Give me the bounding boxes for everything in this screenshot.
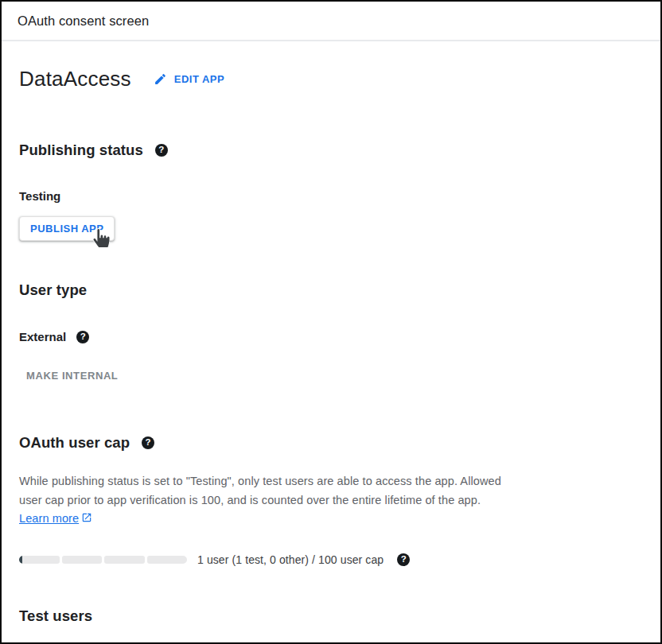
page-header: OAuth consent screen [2,2,660,41]
publish-app-button[interactable]: PUBLISH APP [19,216,115,241]
user-cap-description: While publishing status is set to "Testi… [19,472,512,529]
oauth-user-cap-heading: OAuth user cap ? [19,434,643,452]
user-cap-usage-row: 1 user (1 test, 0 other) / 100 user cap … [19,553,643,566]
help-icon[interactable]: ? [76,331,89,343]
user-type-heading: User type [19,281,643,299]
help-icon[interactable]: ? [142,436,154,449]
app-name-row: DataAccess EDIT APP [19,65,643,92]
user-type-external-label: External [19,330,66,344]
learn-more-label: Learn more [19,510,79,529]
publishing-status-heading: Publishing status ? [19,142,643,159]
edit-app-label: EDIT APP [174,73,224,85]
user-type-heading-label: User type [19,281,87,299]
learn-more-link[interactable]: Learn more [19,510,92,529]
publish-app-button-wrap: PUBLISH APP [19,216,115,241]
test-users-heading: Test users [19,607,643,625]
oauth-consent-page: OAuth consent screen DataAccess EDIT APP… [0,0,662,644]
publishing-status-value: Testing [19,189,643,204]
make-internal-button[interactable]: MAKE INTERNAL [20,363,124,388]
edit-app-button[interactable]: EDIT APP [154,72,224,86]
app-name: DataAccess [19,65,131,92]
progress-segment [19,556,60,564]
oauth-user-cap-heading-label: OAuth user cap [19,434,130,452]
page-title: OAuth consent screen [18,14,149,29]
user-cap-usage-label: 1 user (1 test, 0 other) / 100 user cap [197,553,384,566]
open-in-new-icon [81,510,92,529]
progress-segment [62,556,103,564]
help-icon[interactable]: ? [397,553,410,566]
help-icon[interactable]: ? [155,144,168,157]
progress-fill [19,556,22,564]
status-testing-label: Testing [19,189,60,204]
progress-segment [147,556,188,564]
main-content: DataAccess EDIT APP Publishing status ? … [2,65,660,625]
test-users-heading-label: Test users [19,607,92,625]
user-cap-progress [19,556,187,564]
progress-segment [104,556,145,564]
user-cap-description-text: While publishing status is set to "Testi… [19,475,501,506]
publishing-status-heading-label: Publishing status [19,142,143,159]
user-type-value: External ? [19,330,643,344]
pencil-icon [154,72,167,86]
